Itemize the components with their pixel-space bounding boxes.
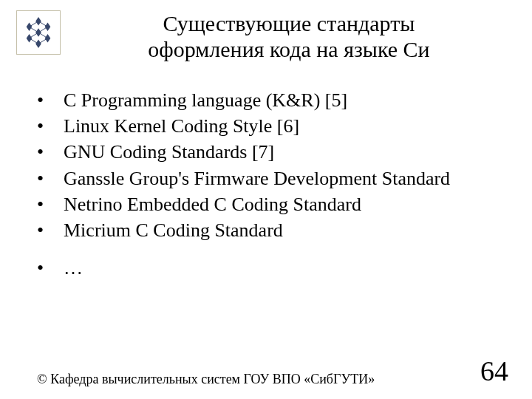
bullet-text: C Programming language (K&R) [5] [64, 88, 347, 112]
list-item: • Netrino Embedded C Coding Standard [37, 192, 517, 216]
bullet-text: Micrium C Coding Standard [64, 218, 283, 242]
svg-line-8 [38, 21, 47, 27]
bullet-marker: • [37, 166, 64, 191]
list-item: • Micrium C Coding Standard [37, 218, 517, 242]
slide-title: Существующие стандарты оформления кода н… [61, 10, 517, 63]
svg-line-9 [30, 27, 38, 33]
bullet-text: … [64, 256, 83, 280]
svg-line-10 [38, 27, 47, 33]
bullet-text: Netrino Embedded C Coding Standard [64, 192, 361, 216]
department-logo [16, 10, 61, 55]
svg-line-13 [30, 38, 38, 44]
bullet-marker: • [37, 218, 64, 242]
bullet-text: Linux Kernel Coding Style [6] [64, 114, 299, 138]
slide-footer: © Кафедра вычислительных систем ГОУ ВПО … [0, 355, 532, 387]
bullet-marker: • [37, 140, 64, 164]
list-item: • GNU Coding Standards [7] [37, 140, 517, 164]
title-line-2: оформления кода на языке Си [148, 37, 429, 61]
bullet-marker: • [37, 256, 64, 280]
list-item: • … [37, 256, 517, 280]
bullet-text: Ganssle Group's Firmware Development Sta… [64, 166, 450, 191]
page-number: 64 [480, 355, 508, 387]
copyright-text: © Кафедра вычислительных систем ГОУ ВПО … [37, 372, 375, 387]
svg-line-11 [30, 33, 38, 38]
list-item: • Linux Kernel Coding Style [6] [37, 114, 517, 138]
bullet-text: GNU Coding Standards [7] [64, 140, 274, 164]
list-item: • C Programming language (K&R) [5] [37, 88, 517, 112]
bullet-marker: • [37, 114, 64, 138]
slide-body: • C Programming language (K&R) [5] • Lin… [0, 63, 532, 281]
bullet-marker: • [37, 192, 64, 216]
svg-line-12 [38, 33, 47, 38]
list-item: • Ganssle Group's Firmware Development S… [37, 166, 517, 191]
bullet-marker: • [37, 88, 64, 112]
slide-header: Существующие стандарты оформления кода н… [0, 0, 532, 63]
title-line-1: Существующие стандарты [163, 11, 415, 35]
svg-line-14 [38, 38, 47, 44]
logo-icon [21, 15, 56, 50]
svg-line-7 [30, 21, 38, 27]
